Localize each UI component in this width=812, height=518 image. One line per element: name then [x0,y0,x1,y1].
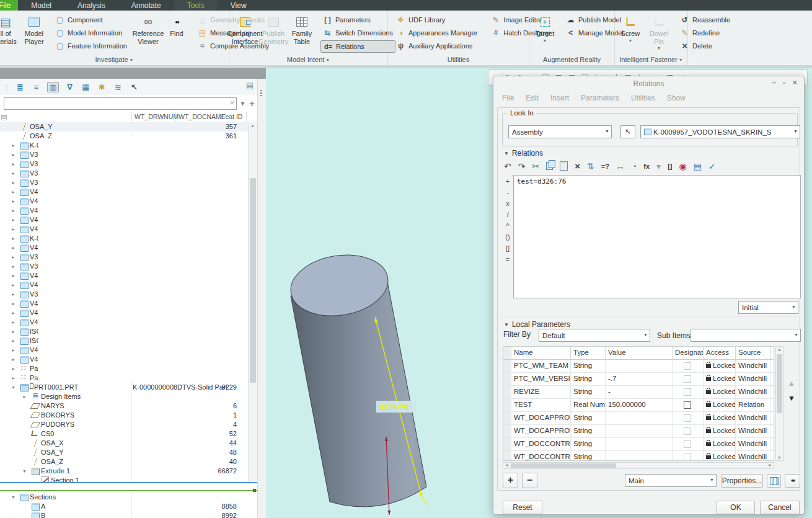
tree-row[interactable]: PUDORYS4 [0,420,248,429]
parameter-row[interactable]: WT_DOCAPPROVEDStringLockedWindchill [503,425,774,438]
menu-show[interactable]: Show [667,94,686,102]
column-header-wt-drwnum[interactable]: WT_DRWNUM [135,113,179,120]
brackets-icon[interactable]: [] [668,163,672,170]
close-icon[interactable]: ✕ [792,79,798,87]
column-header-value[interactable]: Value [606,347,673,359]
tree-vertical-scrollbar[interactable]: ▲ [248,122,257,483]
tree-divider-blue[interactable] [0,482,257,483]
remove-parameter-button[interactable]: − [522,473,537,488]
relations-section-header[interactable]: ▼Relations [504,149,543,158]
move-up-icon[interactable]: ▲ [788,379,795,388]
collapse-triangle-icon[interactable]: ▼ [504,322,509,328]
model-select[interactable]: K-0009957_VODOTESNA_SKRIN_S [640,125,800,138]
collapsed-arrow-icon[interactable]: ► [11,169,15,178]
tab-analysis[interactable]: Analysis [64,0,118,11]
verify-check-icon[interactable]: ✓ [708,161,716,171]
column-header-name[interactable]: Name [511,347,571,359]
column-header-access[interactable]: Access [704,347,736,359]
collapsed-arrow-icon[interactable]: ► [11,346,15,355]
column-header-type[interactable]: Type [571,347,606,359]
tree-filter-icon[interactable]: ∇ [64,83,75,92]
operator-/[interactable]: / [503,211,512,218]
table-horizontal-scrollbar[interactable]: ◄ ► [503,462,774,469]
collapsed-arrow-icon[interactable]: ► [11,355,15,364]
look-in-scope-select[interactable]: Assembly [508,125,612,138]
search-dropdown-icon[interactable]: ▼ [240,100,245,107]
reassemble-button[interactable]: ↺Reassemble [677,14,733,25]
relation-list-icon[interactable]: ▤ [694,161,702,171]
scroll-up-icon[interactable]: ▲ [250,123,255,128]
operator-+[interactable]: + [503,177,512,185]
collapsed-arrow-icon[interactable]: ► [11,141,15,150]
tree-row[interactable]: CS052 [0,429,248,439]
model-player-button[interactable]: ModelPlayer [20,12,48,47]
appearances-manager-button[interactable]: ◑Appearances Manager [394,27,480,38]
dimension-bounds-icon[interactable]: ↔ [616,161,625,171]
collapsed-arrow-icon[interactable]: ► [11,308,15,318]
paste-icon[interactable] [560,161,568,171]
relations-button[interactable]: d=Relations [320,40,395,53]
menu-edit[interactable]: Edit [526,94,539,102]
dowel-pin-dropdown-icon[interactable]: ▼ [657,46,661,50]
scroll-down-icon[interactable]: ▼ [777,455,782,460]
model-information-button[interactable]: ▢Model Information [53,27,130,38]
tab-view[interactable]: View [218,0,260,11]
scroll-up-icon[interactable]: ▲ [777,347,782,352]
redefine-button[interactable]: ✎Redefine [677,27,733,38]
collapsed-arrow-icon[interactable]: ► [11,187,15,197]
move-down-icon[interactable]: ▼ [788,394,795,403]
initial-select[interactable]: Initial [738,301,798,314]
parameter-row[interactable]: WT_DOCCONTROLEStringLockedWindchill [503,451,774,461]
operator-=[interactable]: = [503,256,512,263]
operator-^[interactable]: ^ [503,222,512,230]
screw-dropdown-icon[interactable]: ▼ [629,38,633,43]
collapsed-arrow-icon[interactable]: ► [22,392,27,401]
scrollbar-thumb[interactable] [511,463,616,468]
collapsed-arrow-icon[interactable]: ► [11,271,15,280]
tree-divider-green[interactable] [0,490,257,491]
pick-select-icon[interactable]: ↖ [129,83,139,92]
tree-save-icon[interactable]: ▦ [81,83,91,92]
operator--[interactable]: - [503,189,512,196]
scrollbar-thumb[interactable] [777,354,782,413]
operator-[][interactable]: [] [503,244,512,252]
collapsed-arrow-icon[interactable]: ► [11,318,15,327]
collapsed-arrow-icon[interactable]: ► [11,299,15,308]
find-parameter-button[interactable]: ●● [785,474,800,488]
collapsed-arrow-icon[interactable]: ► [11,215,15,225]
auxiliary-applications-button[interactable]: ψAuxiliary Applications [394,40,480,51]
collapsed-arrow-icon[interactable]: ► [11,234,15,243]
feature-information-button[interactable]: ▢Feature Information [53,40,130,51]
pick-model-button[interactable]: ↖ [620,125,635,138]
parameter-row[interactable]: PTC_WM_TEAMStringLockedWindchill [503,360,774,373]
copy-icon[interactable] [546,162,553,170]
switch-dimensions-button[interactable]: ⇆Switch Dimensions [320,27,395,38]
parameter-row[interactable]: PTC_WM_VERSIONString-.7LockedWindchill [503,373,774,386]
filter-by-select[interactable]: Default [539,329,650,342]
tab-file[interactable]: File [0,0,18,11]
parameter-row[interactable]: TESTReal Numb150.000000LockedRelation [503,399,774,412]
menu-insert[interactable]: Insert [550,94,569,102]
collapsed-arrow-icon[interactable]: ► [11,262,15,271]
search-add-icon[interactable]: + [249,98,255,109]
sort-dimensions-icon[interactable]: ⇅ [587,161,594,171]
tree-row[interactable]: NARYS6 [0,401,248,411]
column-header-source[interactable]: Source [736,347,771,359]
collapsed-arrow-icon[interactable]: ► [11,290,15,299]
parameters-button[interactable]: [ ]Parameters [320,14,395,25]
collapsed-arrow-icon[interactable]: ► [11,225,15,234]
collapsed-arrow-icon[interactable]: ► [11,373,15,383]
family-table-button[interactable]: FamilyTable [288,12,316,47]
cancel-button[interactable]: Cancel [760,501,800,514]
delete-button[interactable]: ×Delete [677,40,733,51]
relations-editor[interactable]: test=d326:76 [513,175,801,298]
collapsed-arrow-icon[interactable]: ► [11,243,15,252]
find-button[interactable]: ●●Find [162,12,191,39]
tree-row[interactable]: A8858 [0,502,248,511]
target-button[interactable]: +Target▼ [531,12,559,44]
tree-row[interactable]: ▼PRT0001.PRTK-0000000008DTVS-Solid Part9… [0,383,248,392]
collapsed-arrow-icon[interactable]: ► [11,280,15,290]
tab-model[interactable]: Model [18,0,64,11]
component-button[interactable]: ▢Component [53,14,130,25]
operator-x[interactable]: x [503,200,512,207]
